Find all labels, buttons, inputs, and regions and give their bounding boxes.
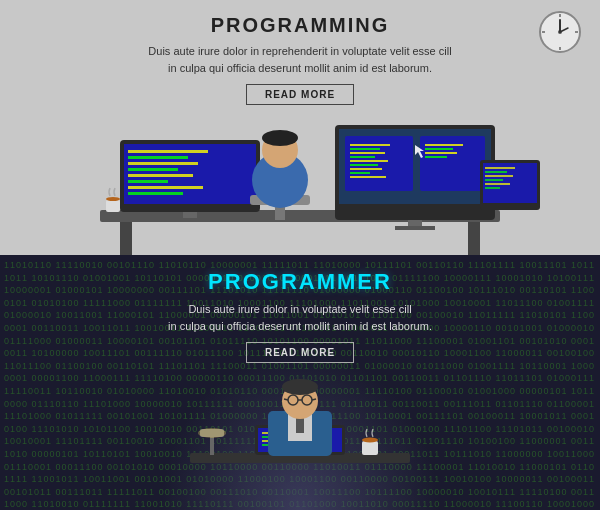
bottom-content: PROGRAMMER Duis aute irure dolor in volu…	[0, 255, 600, 510]
svg-rect-37	[350, 148, 380, 150]
svg-rect-39	[350, 156, 375, 158]
svg-rect-15	[128, 162, 198, 165]
svg-rect-43	[350, 172, 370, 174]
svg-rect-13	[128, 150, 208, 153]
svg-rect-57	[485, 171, 507, 173]
svg-line-77	[284, 399, 288, 400]
top-desc-line2: in culpa qui officia deserunt mollit ani…	[168, 62, 432, 74]
svg-rect-19	[128, 186, 203, 189]
bottom-description: Duis aute irure dolor in voluptate velit…	[168, 301, 432, 334]
svg-rect-14	[128, 156, 188, 159]
bottom-title: PROGRAMMER	[208, 269, 392, 295]
bottom-desc-line1: Duis aute irure dolor in voluptate velit…	[188, 303, 411, 315]
svg-point-82	[198, 428, 226, 438]
svg-rect-17	[128, 174, 193, 177]
svg-rect-10	[468, 222, 480, 255]
svg-rect-53	[395, 226, 435, 230]
bottom-desc-line2: in culpa qui officia deserunt mollit ani…	[168, 320, 432, 332]
top-title: PROGRAMMING	[0, 14, 600, 37]
top-desk-illustration	[40, 80, 560, 255]
svg-rect-56	[485, 167, 515, 169]
svg-rect-36	[350, 144, 390, 146]
svg-point-31	[262, 130, 298, 146]
top-read-more-button[interactable]: READ MORE	[246, 84, 354, 105]
svg-rect-58	[485, 175, 513, 177]
top-desc-line1: Duis aute irure dolor in reprehenderit i…	[148, 45, 451, 57]
svg-rect-40	[350, 160, 388, 162]
bottom-read-more-button[interactable]: READ MORE	[246, 342, 354, 363]
svg-rect-38	[350, 152, 385, 154]
svg-rect-47	[425, 144, 463, 146]
svg-rect-59	[485, 179, 503, 181]
svg-rect-83	[362, 441, 378, 455]
svg-rect-42	[350, 168, 382, 170]
svg-rect-35	[348, 140, 410, 185]
svg-rect-61	[485, 187, 500, 189]
svg-rect-46	[423, 140, 481, 185]
svg-rect-48	[425, 148, 453, 150]
top-content: PROGRAMMING Duis aute irure dolor in rep…	[0, 0, 600, 105]
bottom-desk-illustration	[180, 373, 420, 493]
svg-point-84	[362, 438, 378, 443]
svg-rect-9	[120, 222, 132, 255]
top-description: Duis aute irure dolor in reprehenderit i…	[0, 43, 600, 76]
svg-point-79	[282, 379, 318, 395]
bottom-section: 11010110 11110010 00101110 11010110 1000…	[0, 255, 600, 510]
svg-rect-41	[350, 164, 378, 166]
svg-rect-50	[425, 156, 447, 158]
top-section: PROGRAMMING Duis aute irure dolor in rep…	[0, 0, 600, 255]
svg-rect-18	[128, 180, 168, 183]
svg-rect-44	[350, 176, 386, 178]
svg-point-24	[106, 197, 120, 201]
svg-rect-60	[485, 183, 510, 185]
svg-rect-23	[106, 200, 120, 212]
svg-rect-49	[425, 152, 457, 154]
svg-rect-20	[128, 192, 183, 195]
svg-rect-16	[128, 168, 178, 171]
svg-line-78	[312, 399, 316, 400]
svg-rect-22	[170, 218, 210, 222]
